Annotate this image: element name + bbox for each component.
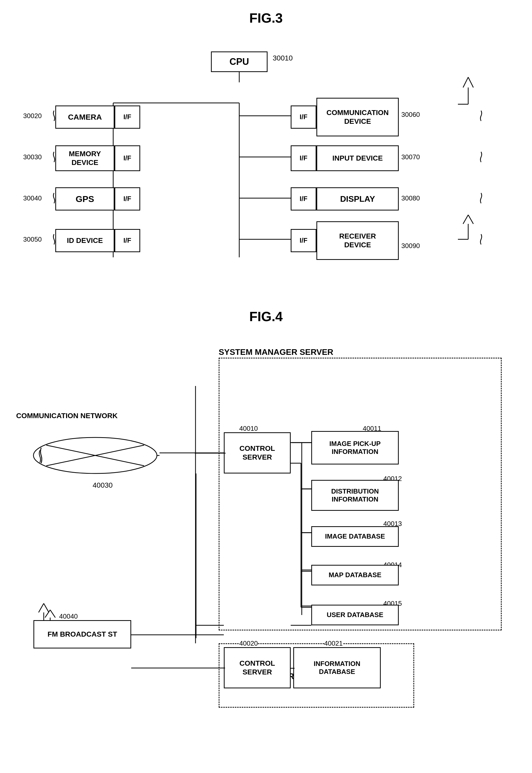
- fm-broadcast-text: FM BROADCAST ST: [48, 630, 117, 639]
- camera-box: CAMERA: [55, 106, 114, 129]
- fig3-container: CPU 30010 30020 CAMERA I/F I/F COMMUNICA…: [15, 36, 517, 288]
- ref-40021-label: 40021: [324, 639, 343, 647]
- right-lines-svg: [290, 430, 313, 615]
- cpu-ref-text: 30010: [273, 54, 293, 62]
- memory-if-left: I/F: [114, 145, 140, 171]
- camera-if-left: I/F: [114, 106, 140, 129]
- id-if-right: I/F: [291, 229, 316, 252]
- fig3-title-text: FIG.3: [249, 11, 283, 25]
- user-database-box: USER DATABASE: [311, 605, 399, 625]
- display-box: DISPLAY: [316, 187, 399, 210]
- ref-30070: 30070: [401, 153, 420, 161]
- cpu-label: CPU: [229, 56, 249, 67]
- camera-if-right: I/F: [291, 106, 316, 129]
- gps-if-right: I/F: [291, 187, 316, 210]
- vertical-line: [195, 473, 197, 638]
- svg-line-47: [45, 610, 50, 618]
- ref-30050: 30050: [23, 235, 42, 243]
- ref-30040: 30040: [23, 194, 42, 202]
- coop-line: [291, 668, 295, 669]
- svg-line-23: [468, 215, 473, 224]
- h-line-40010: [195, 452, 226, 454]
- distribution-info-box: DISTRIBUTIONINFORMATION: [311, 480, 399, 511]
- h-line-40020: [131, 667, 225, 669]
- comm-device-box: COMMUNICATIONDEVICE: [316, 98, 399, 136]
- id-if-left: I/F: [114, 229, 140, 252]
- figure-3-title: FIG.3: [15, 10, 517, 26]
- fig4-container: SYSTEM MANAGER SERVER COMMUNICATION NETW…: [15, 335, 517, 695]
- svg-line-19: [468, 77, 473, 87]
- info-database-box: INFORMATIONDATABASE: [293, 647, 381, 688]
- input-device-box: INPUT DEVICE: [316, 145, 399, 171]
- system-manager-text: SYSTEM MANAGER SERVER: [219, 347, 333, 357]
- cpu-ref: 30010: [273, 54, 293, 62]
- cpu-box: CPU: [211, 51, 268, 72]
- svg-line-18: [463, 77, 468, 87]
- svg-line-22: [463, 215, 468, 224]
- ref-30030: 30030: [23, 153, 42, 161]
- ref-40030: 40030: [93, 481, 113, 489]
- receiver-device-box: RECEIVERDEVICE: [316, 221, 399, 260]
- fig4-title-text: FIG.4: [249, 309, 283, 324]
- map-database-box: MAP DATABASE: [311, 565, 399, 585]
- ref-40010-label: 40010: [239, 425, 258, 433]
- ref-30060: 30060: [401, 111, 420, 119]
- memory-device-box: MEMORYDEVICE: [55, 145, 114, 171]
- image-database-box: IMAGE DATABASE: [311, 526, 399, 547]
- network-oval-svg: [31, 435, 159, 476]
- svg-line-48: [50, 610, 55, 618]
- figure-4-title: FIG.4: [15, 309, 517, 324]
- image-pickup-info-box: IMAGE PICK-UPINFORMATION: [311, 431, 399, 464]
- ref-40040-label: 40040: [59, 612, 78, 620]
- comm-network-text: COMMUNICATION NETWORK: [16, 412, 118, 420]
- gps-if-left: I/F: [114, 187, 140, 210]
- comm-network-label: COMMUNICATION NETWORK: [15, 412, 118, 420]
- fm-broadcast-box: FM BROADCAST ST: [33, 620, 131, 648]
- id-device-box: ID DEVICE: [55, 229, 114, 252]
- control-server-40020: CONTROLSERVER: [224, 647, 291, 688]
- system-manager-label: SYSTEM MANAGER SERVER: [219, 347, 333, 357]
- ref-30090: 30090: [401, 242, 420, 250]
- gps-box: GPS: [55, 187, 114, 210]
- ref-30080: 30080: [401, 194, 420, 202]
- memory-if-right: I/F: [291, 145, 316, 171]
- fm-line: [131, 634, 224, 636]
- ref-40020-label: 40020: [239, 639, 258, 647]
- ref-30020: 30020: [23, 112, 42, 120]
- camera-label: CAMERA: [68, 112, 102, 122]
- control-server-40010: CONTROLSERVER: [224, 432, 291, 473]
